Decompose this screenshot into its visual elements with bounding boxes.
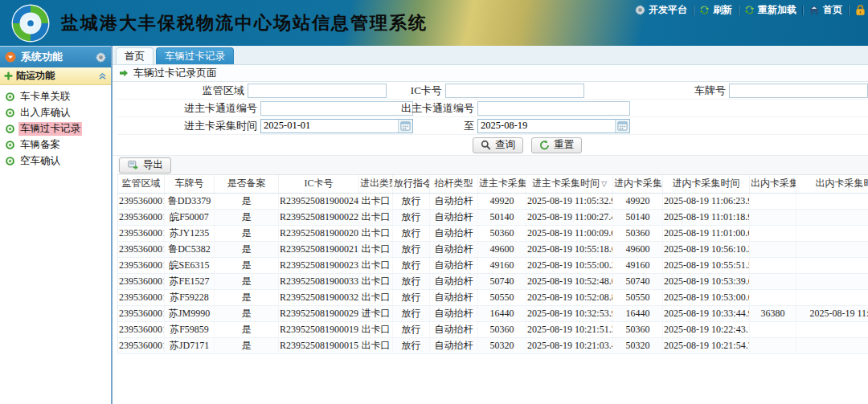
sidebar-item-vehicle-filing[interactable]: 车辆备案 xyxy=(0,137,111,153)
grid-cell: 50140 xyxy=(478,209,526,225)
grid-cell xyxy=(750,273,796,289)
table-row[interactable]: 2395360001鲁DD3379是R239525081900024出卡口放行自… xyxy=(118,193,868,209)
grid-header-cell[interactable]: 监管区域 xyxy=(118,175,165,193)
table-row[interactable]: 2395360001苏JY1235是R239525081900020出卡口放行自… xyxy=(118,225,868,241)
group-title: 陆运功能 xyxy=(16,69,95,83)
out-channel-input[interactable] xyxy=(477,101,630,116)
grid-cell: 2025-08-19 10:21:51.373 xyxy=(526,321,613,337)
home-icon xyxy=(809,5,820,15)
table-row[interactable]: 2395360001苏JD7171是R239525081900015出卡口放行自… xyxy=(118,337,868,353)
grid-cell: 自动抬杆 xyxy=(430,305,478,321)
grid-header-cell[interactable]: 出内卡采集重 xyxy=(750,175,796,193)
table-row[interactable]: 2395360001苏JM9990是R239525081900029进卡口放行自… xyxy=(118,305,868,321)
grid-cell: R239525081900015 xyxy=(279,337,359,353)
collapse-icon[interactable] xyxy=(98,71,107,80)
nav-separator xyxy=(848,6,849,15)
grid-cell: 出卡口 xyxy=(359,321,393,337)
nav-item-reload[interactable]: 重新加载 xyxy=(744,3,796,17)
grid-cell: 50320 xyxy=(478,337,526,353)
form-row: 监管区域 IC卡号 车牌号 xyxy=(117,82,868,100)
table-row[interactable]: 2395360001皖F50007是R239525081900022出卡口放行自… xyxy=(118,209,868,225)
grid-cell xyxy=(796,321,868,337)
sidebar-gear-icon[interactable] xyxy=(96,52,106,63)
grid-cell: 出卡口 xyxy=(359,337,393,353)
grid-cell: 2025-08-19 10:33:44.953 xyxy=(663,305,750,321)
table-row[interactable]: 2395360001苏F59859是R239525081900019出卡口放行自… xyxy=(118,321,868,337)
table-row[interactable]: 2395360001鲁DC5382是R239525081900021出卡口放行自… xyxy=(118,241,868,257)
sidebar-item-label: 出入库确认 xyxy=(18,106,72,120)
reset-button[interactable]: 重置 xyxy=(531,137,582,153)
nav-item-refresh[interactable]: 刷新 xyxy=(699,3,732,17)
grid-cell: 是 xyxy=(215,305,279,321)
ic-card-input[interactable] xyxy=(445,84,584,98)
grid-cell: 是 xyxy=(215,241,279,257)
grid-header-cell[interactable]: 进主卡采集时间 ▽ xyxy=(526,175,613,193)
grid-cell xyxy=(796,257,868,273)
grid-cell: 16440 xyxy=(478,305,526,321)
actions-bar: 查询 重置 xyxy=(113,135,868,156)
grid-header-cell[interactable]: 进内卡采集时间 xyxy=(663,175,750,193)
grid-cell: 2395360001 xyxy=(118,337,165,353)
nav-separator xyxy=(693,6,694,15)
nav-label: 刷新 xyxy=(713,3,732,17)
grid-cell xyxy=(796,209,868,225)
sidebar-item-vehicle-pass-records[interactable]: 车辆过卡记录 xyxy=(0,120,111,137)
grid-cell: 出卡口 xyxy=(359,257,393,273)
tab-vehicle-pass-records[interactable]: 车辆过卡记录 xyxy=(156,47,234,64)
grid-header-cell[interactable]: 车牌号 xyxy=(165,175,215,193)
sidebar-group-header[interactable]: 陆运功能 xyxy=(0,67,111,85)
grid-header-cell[interactable]: 进主卡采集重 xyxy=(478,175,526,193)
grid-cell: 2025-08-19 11:05:32.900 xyxy=(526,193,613,209)
in-channel-input[interactable] xyxy=(260,101,413,116)
app-logo-icon xyxy=(11,4,50,43)
grid-cell: R239525081900029 xyxy=(279,305,359,321)
date-to-input[interactable] xyxy=(478,120,615,133)
in-channel-label: 进主卡通道编号 xyxy=(117,101,260,116)
export-button[interactable]: 导出 xyxy=(119,157,171,173)
nav-item-lock[interactable] xyxy=(854,4,866,16)
table-row[interactable]: 2395360001苏FE1527是R239525081900033出卡口放行自… xyxy=(118,273,868,289)
grid-cell xyxy=(796,225,868,241)
grid-header-cell[interactable]: 出内卡采集时 xyxy=(796,175,868,193)
grid-cell: 自动抬杆 xyxy=(430,321,478,337)
sidebar-item-inout-confirm[interactable]: 出入库确认 xyxy=(0,104,111,120)
grid-cell xyxy=(796,241,868,257)
form-row: 进主卡采集时间 至 xyxy=(117,117,868,135)
sidebar-item-card-link[interactable]: 车卡单关联 xyxy=(0,88,111,104)
grid-cell: 2025-08-19 10:53:00.077 xyxy=(663,289,750,305)
plate-input[interactable] xyxy=(729,84,868,98)
grid-cell: R239525081900032 xyxy=(279,289,359,305)
search-button[interactable]: 查询 xyxy=(473,137,523,153)
calendar-button[interactable] xyxy=(615,120,629,133)
bullet-icon xyxy=(6,108,14,117)
grid-header-cell[interactable]: 抬杆类型 xyxy=(430,175,478,193)
grid-cell: 放行 xyxy=(393,225,430,241)
sidebar-item-label: 车辆备案 xyxy=(18,138,62,152)
grid-cell: 鲁DC5382 xyxy=(165,241,215,257)
main-area: 首页 车辆过卡记录 车辆过卡记录页面 监管区域 IC卡号 车牌号 进主卡通道编号 xyxy=(113,46,868,404)
grid-cell xyxy=(750,337,796,353)
date-from-input[interactable] xyxy=(261,120,398,133)
calendar-icon xyxy=(400,120,411,131)
breadcrumb: 车辆过卡记录页面 xyxy=(113,65,868,82)
export-icon xyxy=(127,160,139,170)
nav-item-home[interactable]: 首页 xyxy=(809,3,842,17)
tab-home[interactable]: 首页 xyxy=(116,47,154,64)
sidebar-item-empty-truck-confirm[interactable]: 空车确认 xyxy=(0,153,111,169)
grid-cell: 49600 xyxy=(613,241,663,257)
grid-header-cell[interactable]: 进出类型 xyxy=(359,175,393,193)
grid-header-cell[interactable]: 进内卡采集重 xyxy=(613,175,663,193)
table-row[interactable]: 2395360001皖SE6315是R239525081900023出卡口放行自… xyxy=(118,257,868,273)
grid-header-cell[interactable]: IC卡号 xyxy=(279,175,359,193)
grid-header-cell[interactable]: 是否备案 xyxy=(215,175,279,193)
calendar-button[interactable] xyxy=(398,120,412,133)
nav-item-dev-platform[interactable]: 开发平台 xyxy=(635,3,687,17)
search-form: 监管区域 IC卡号 车牌号 进主卡通道编号 出主卡通道编号 进主卡采集时间 xyxy=(117,82,868,135)
ic-card-label: IC卡号 xyxy=(387,84,445,98)
grid-header-cell[interactable]: 放行指令 xyxy=(393,175,430,193)
grid-cell: 2025-08-19 10:22:43.177 xyxy=(663,321,750,337)
chevron-down-badge-icon[interactable] xyxy=(5,51,16,63)
region-input[interactable] xyxy=(248,84,387,98)
table-row[interactable]: 2395360001苏F59228是R239525081900032出卡口放行自… xyxy=(118,289,868,305)
grid-cell: 放行 xyxy=(393,209,430,225)
